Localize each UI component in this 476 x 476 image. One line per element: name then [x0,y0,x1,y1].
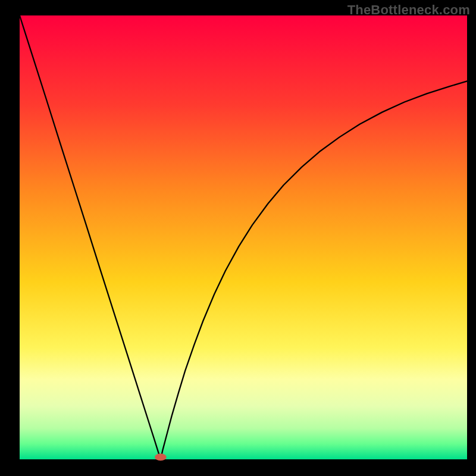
chart-stage: TheBottleneck.com [0,0,476,476]
chart-svg [0,0,476,476]
plot-area [20,15,467,459]
watermark-label: TheBottleneck.com [347,2,470,18]
minimum-marker [155,453,167,461]
